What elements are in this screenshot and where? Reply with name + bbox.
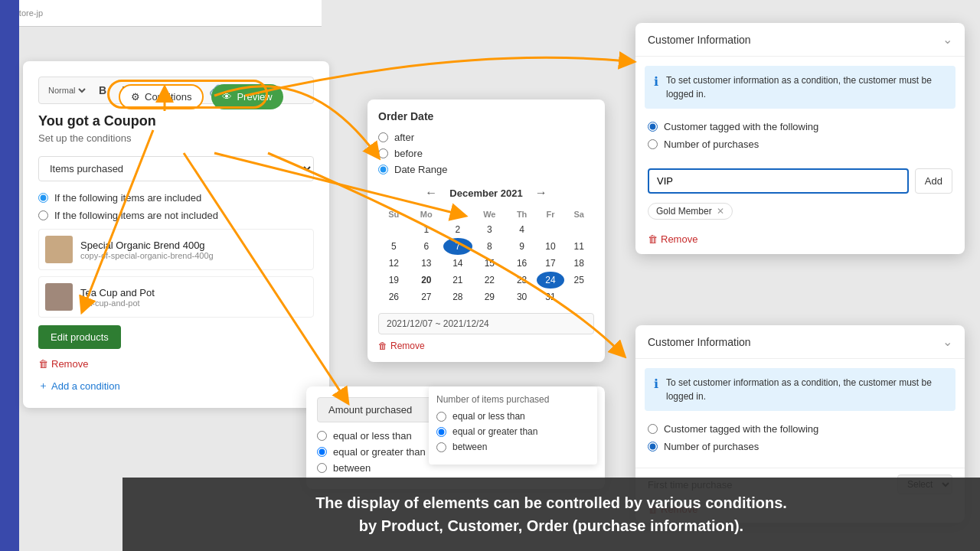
customer-info-panel-1: Customer Information ⌄ ℹ To set customer… — [635, 23, 965, 254]
cal-day[interactable] — [378, 221, 410, 238]
cal-day[interactable]: 9 — [507, 238, 537, 255]
cal-day[interactable]: 29 — [472, 289, 507, 305]
cal-day[interactable]: 13 — [410, 255, 443, 272]
cal-day[interactable]: 12 — [378, 255, 410, 272]
preview-button[interactable]: 👁 Preview — [211, 84, 283, 109]
date-range-input[interactable] — [378, 313, 594, 334]
cal-day[interactable] — [564, 289, 595, 305]
conditions-button[interactable]: ⚙ Conditions — [119, 84, 204, 109]
cal-day[interactable]: 26 — [378, 289, 410, 305]
radio-items-less[interactable]: equal or less than — [436, 411, 590, 422]
customer-info-header: Customer Information ⌄ — [635, 23, 965, 57]
cal-header-fr: Fr — [537, 207, 564, 221]
chevron-down-icon-2: ⌄ — [942, 334, 952, 349]
product-name: Tea Cup and Pot — [80, 287, 155, 298]
cal-day[interactable]: 18 — [564, 255, 595, 272]
info-icon-2: ℹ — [654, 377, 658, 391]
tag-remove-icon[interactable]: ✕ — [717, 206, 724, 217]
radio-number-purchases[interactable]: Number of purchases — [648, 139, 952, 150]
table-row: 1 2 3 4 — [378, 221, 594, 238]
cal-day[interactable]: 20 — [410, 272, 443, 289]
cal-day[interactable]: 14 — [443, 255, 472, 272]
radio-number-purchases-2[interactable]: Number of purchases — [648, 441, 952, 452]
radio-date-range[interactable]: Date Range — [378, 164, 594, 175]
font-size-select[interactable]: Normal — [45, 85, 88, 96]
calendar-month: December 2021 — [449, 187, 522, 199]
coupon-title: You got a Coupon — [38, 113, 314, 129]
radio-items-greater[interactable]: equal or greater than — [436, 426, 590, 437]
cal-day[interactable]: 27 — [410, 289, 443, 305]
order-date-label: Order Date — [378, 110, 594, 122]
add-tag-button[interactable]: Add — [915, 168, 952, 194]
list-item: Special Organic Brend 400g copy-of-speci… — [38, 229, 314, 270]
edit-products-button[interactable]: Edit products — [38, 325, 121, 349]
cal-day[interactable]: 8 — [472, 238, 507, 255]
product-name: Special Organic Brend 400g — [80, 240, 214, 251]
customer-radio-group-2: Customer tagged with the following Numbe… — [635, 420, 965, 468]
cal-day[interactable]: 10 — [537, 238, 564, 255]
info-alert-2: ℹ To set customer information as a condi… — [645, 368, 956, 411]
cal-day[interactable]: 3 — [472, 221, 507, 238]
cal-day-selected[interactable]: 7 — [443, 238, 472, 255]
caption-bar: The display of elements can be controlle… — [122, 478, 980, 551]
cal-day[interactable]: 2 — [443, 221, 472, 238]
remove-date-link[interactable]: 🗑 Remove — [378, 341, 594, 351]
cal-header-we: We — [472, 207, 507, 221]
radio-items-not-included[interactable]: If the following items are not included — [38, 210, 314, 221]
tag-input[interactable] — [648, 168, 909, 194]
prev-month-button[interactable]: ← — [420, 184, 442, 201]
condition-type-select[interactable]: Items purchased — [38, 156, 314, 181]
cal-day[interactable] — [537, 221, 564, 238]
cal-day[interactable]: 31 — [537, 289, 564, 305]
calendar-grid: Su Mo Tu We Th Fr Sa 1 2 3 4 5 6 — [378, 207, 594, 305]
tags-row: Gold Member ✕ — [635, 200, 965, 230]
product-list: Special Organic Brend 400g copy-of-speci… — [38, 229, 314, 318]
customer-info-title: Customer Information — [648, 34, 751, 46]
radio-items-included[interactable]: If the following items are included — [38, 192, 314, 204]
product-thumbnail — [45, 236, 73, 263]
cal-day[interactable] — [564, 221, 595, 238]
eye-icon: 👁 — [222, 91, 232, 103]
calendar-panel: Order Date after before Date Range ← Dec… — [368, 99, 605, 362]
cal-day[interactable]: 21 — [443, 272, 472, 289]
cal-day[interactable]: 30 — [507, 289, 537, 305]
cal-day[interactable]: 4 — [507, 221, 537, 238]
cal-day[interactable]: 28 — [443, 289, 472, 305]
radio-items-between[interactable]: between — [436, 442, 590, 452]
product-slug: tea-cup-and-pot — [80, 298, 155, 308]
product-info: Special Organic Brend 400g copy-of-speci… — [80, 240, 214, 260]
tag-input-row: Add — [648, 168, 952, 194]
product-thumbnail — [45, 283, 73, 311]
cal-day[interactable]: 16 — [507, 255, 537, 272]
cal-day[interactable]: 15 — [472, 255, 507, 272]
cal-day[interactable]: 6 — [410, 238, 443, 255]
customer-radio-group: Customer tagged with the following Numbe… — [635, 118, 965, 165]
side-nav — [0, 0, 19, 551]
trash-icon: 🗑 — [38, 358, 48, 370]
table-row: 5 6 7 8 9 10 11 — [378, 238, 594, 255]
cal-day[interactable]: 5 — [378, 238, 410, 255]
gear-icon: ⚙ — [131, 91, 140, 103]
setup-text: Set up the conditions — [38, 132, 314, 144]
customer-info-header-2: Customer Information ⌄ — [635, 325, 965, 359]
cal-day[interactable]: 23 — [507, 272, 537, 289]
cal-day[interactable]: 25 — [564, 272, 595, 289]
cal-day-end[interactable]: 24 — [537, 272, 564, 289]
radio-customer-tagged[interactable]: Customer tagged with the following — [648, 121, 952, 132]
radio-before[interactable]: before — [378, 148, 594, 159]
cal-day[interactable]: 11 — [564, 238, 595, 255]
add-condition-link[interactable]: ＋ Add a condition — [38, 379, 314, 393]
remove-customer-condition-link[interactable]: 🗑 Remove — [635, 230, 965, 254]
cal-day[interactable]: 19 — [378, 272, 410, 289]
cal-day[interactable]: 17 — [537, 255, 564, 272]
items-radio-group: If the following items are included If t… — [38, 192, 314, 221]
cal-header-su: Su — [378, 207, 410, 221]
bold-button[interactable]: B — [94, 82, 111, 99]
cal-day[interactable]: 22 — [472, 272, 507, 289]
radio-customer-tagged-2[interactable]: Customer tagged with the following — [648, 423, 952, 435]
radio-after[interactable]: after — [378, 132, 594, 143]
cal-day[interactable]: 1 — [410, 221, 443, 238]
table-row: 26 27 28 29 30 31 — [378, 289, 594, 305]
next-month-button[interactable]: → — [531, 184, 552, 201]
remove-condition-link[interactable]: 🗑 Remove — [38, 358, 314, 370]
